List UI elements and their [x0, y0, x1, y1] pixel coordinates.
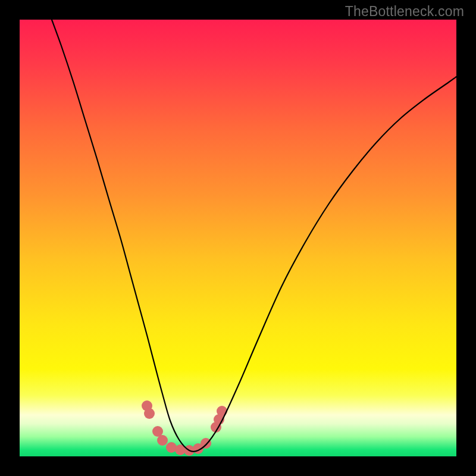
data-marker	[157, 435, 168, 446]
plot-area	[20, 20, 456, 456]
data-marker	[217, 406, 227, 416]
chart-stage: TheBottleneck.com	[0, 0, 476, 476]
bottleneck-curve	[52, 20, 456, 452]
watermark-text: TheBottleneck.com	[345, 4, 464, 20]
curve-layer	[20, 20, 456, 456]
data-marker	[144, 408, 155, 419]
